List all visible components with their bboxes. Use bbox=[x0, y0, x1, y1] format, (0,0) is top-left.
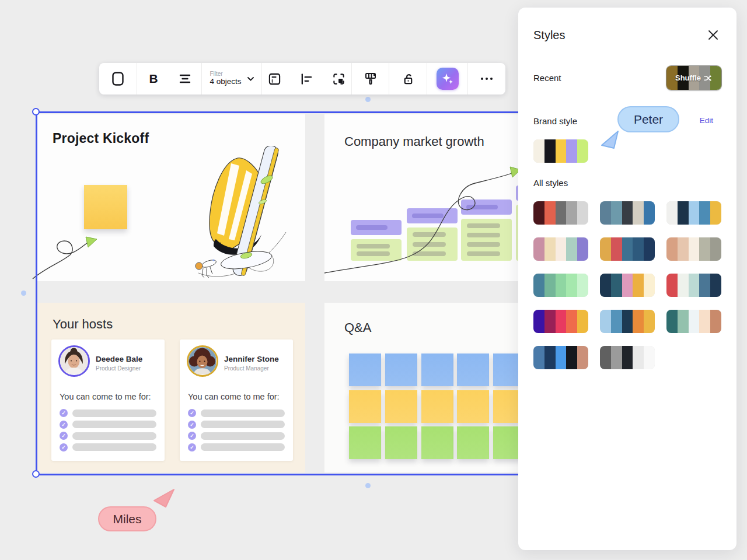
style-palette[interactable] bbox=[533, 310, 588, 333]
peter-cursor-label: Peter bbox=[617, 106, 679, 132]
style-palette[interactable] bbox=[533, 346, 588, 369]
style-palette[interactable] bbox=[600, 346, 655, 369]
filter-dropdown[interactable]: Filter 4 objects bbox=[210, 71, 253, 86]
palette-stripe bbox=[556, 201, 567, 225]
checklist-row: ✓ bbox=[60, 432, 156, 440]
frame-title-market-growth: Company market growth bbox=[344, 134, 484, 149]
palette-stripe bbox=[600, 237, 611, 261]
selection-border-left bbox=[36, 111, 37, 475]
mask-icon[interactable] bbox=[329, 69, 349, 89]
miro-board-app: { "toolbar": { "bold_label": "B", "filte… bbox=[0, 0, 747, 560]
check-icon: ✓ bbox=[188, 432, 196, 440]
palette-stripe bbox=[644, 310, 655, 333]
qa-sticky-note[interactable] bbox=[385, 390, 417, 423]
frame-title-qa: Q&A bbox=[344, 320, 371, 335]
align-left-icon[interactable] bbox=[297, 69, 317, 89]
selection-handle-top-left[interactable] bbox=[32, 108, 40, 116]
qa-sticky-note[interactable] bbox=[385, 426, 417, 459]
close-icon[interactable] bbox=[706, 28, 720, 42]
palette-stripe bbox=[710, 237, 721, 261]
selection-border-bottom bbox=[36, 474, 526, 475]
palette-stripe bbox=[689, 237, 700, 261]
palette-stripe bbox=[600, 310, 611, 333]
qa-sticky-note[interactable] bbox=[349, 354, 381, 386]
palette-stripe bbox=[556, 237, 567, 261]
palette-stripe bbox=[678, 274, 689, 297]
style-palette[interactable] bbox=[666, 310, 721, 333]
placeholder-bar bbox=[72, 421, 156, 428]
checklist-row: ✓ bbox=[60, 443, 156, 452]
palette-stripe bbox=[678, 310, 689, 333]
style-palette[interactable] bbox=[666, 237, 721, 261]
qa-sticky-note[interactable] bbox=[421, 354, 453, 386]
brand-style-swatch[interactable] bbox=[533, 139, 588, 163]
palette-stripe bbox=[633, 237, 644, 261]
qa-sticky-note[interactable] bbox=[349, 426, 381, 459]
more-options-icon[interactable] bbox=[481, 78, 493, 80]
palette-stripe bbox=[577, 346, 588, 369]
filter-label: Filter bbox=[210, 71, 241, 77]
qa-sticky-note[interactable] bbox=[421, 426, 453, 459]
qa-sticky-note[interactable] bbox=[457, 390, 489, 423]
palette-stripe bbox=[644, 201, 655, 225]
style-palette[interactable] bbox=[533, 237, 588, 261]
palette-stripe bbox=[644, 237, 655, 261]
style-palette[interactable] bbox=[666, 201, 721, 225]
qa-sticky-note[interactable] bbox=[457, 426, 489, 459]
palette-stripe bbox=[633, 346, 644, 369]
palette-stripe bbox=[556, 346, 567, 369]
host-card-jennifer[interactable]: Jennifer Stone Product Manager You can c… bbox=[180, 340, 293, 461]
qa-sticky-note[interactable] bbox=[385, 354, 417, 386]
collaborator-dot bbox=[21, 290, 26, 296]
palette-stripe bbox=[566, 139, 577, 163]
palette-stripe bbox=[611, 310, 622, 333]
check-icon: ✓ bbox=[60, 421, 68, 429]
style-palette[interactable] bbox=[600, 274, 655, 297]
style-palette[interactable] bbox=[533, 201, 588, 225]
host-prompt: You can come to me for: bbox=[60, 392, 151, 401]
palette-stripe bbox=[689, 201, 700, 225]
palette-stripe bbox=[633, 310, 644, 333]
shuffle-label: Shuffle bbox=[675, 74, 701, 82]
palette-stripe bbox=[544, 201, 556, 225]
host-card-deedee[interactable]: Deedee Bale Product Designer You can com… bbox=[51, 340, 165, 461]
style-palette[interactable] bbox=[600, 237, 655, 261]
shuffle-button[interactable]: Shuffle bbox=[666, 66, 721, 90]
brush-icon[interactable] bbox=[361, 69, 381, 89]
style-palette[interactable] bbox=[600, 201, 655, 225]
palette-stripe bbox=[622, 274, 633, 297]
host-role: Product Manager bbox=[224, 365, 269, 372]
yellow-sticky-note[interactable] bbox=[84, 185, 127, 229]
frame-icon[interactable] bbox=[108, 69, 128, 89]
checklist-row: ✓ bbox=[188, 409, 285, 417]
align-center-icon[interactable] bbox=[175, 69, 195, 89]
host-prompt: You can come to me for: bbox=[188, 392, 280, 401]
style-palette[interactable] bbox=[533, 274, 588, 297]
edit-link[interactable]: Edit bbox=[700, 116, 713, 125]
butterfly-illustration bbox=[190, 146, 288, 279]
check-icon: ✓ bbox=[60, 432, 68, 440]
styles-panel: Styles Recent Shuffle Brand style Edit A… bbox=[518, 8, 736, 550]
palette-stripe bbox=[633, 274, 644, 297]
palette-stripe bbox=[611, 346, 622, 369]
board-icon[interactable] bbox=[265, 69, 285, 89]
palette-stripe bbox=[533, 346, 544, 369]
style-palette[interactable] bbox=[600, 310, 655, 333]
ai-sparkle-icon[interactable] bbox=[437, 68, 459, 90]
checklist-row: ✓ bbox=[60, 421, 156, 429]
frame-title-your-hosts: Your hosts bbox=[53, 317, 113, 332]
qa-sticky-note[interactable] bbox=[457, 354, 489, 386]
palette-stripe bbox=[699, 201, 710, 225]
unlock-icon[interactable] bbox=[398, 69, 418, 89]
bold-icon[interactable]: B bbox=[144, 69, 163, 89]
palette-stripe bbox=[689, 310, 700, 333]
palette-stripe bbox=[622, 310, 633, 333]
palette-stripe bbox=[556, 274, 567, 297]
palette-stripe bbox=[710, 310, 721, 333]
style-palette[interactable] bbox=[666, 274, 721, 297]
palette-stripe bbox=[544, 139, 556, 163]
qa-sticky-note[interactable] bbox=[349, 390, 381, 423]
qa-sticky-note[interactable] bbox=[421, 390, 453, 423]
palette-stripe bbox=[710, 201, 721, 225]
selection-handle-bottom-left[interactable] bbox=[32, 470, 40, 478]
